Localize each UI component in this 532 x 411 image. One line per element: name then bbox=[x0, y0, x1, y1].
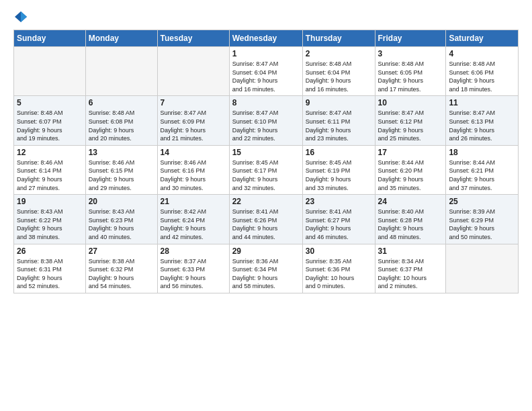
calendar-cell: 12Sunrise: 8:46 AM Sunset: 6:14 PM Dayli… bbox=[14, 145, 86, 194]
svg-marker-1 bbox=[21, 11, 27, 22]
day-number: 8 bbox=[232, 98, 300, 107]
calendar-page: SundayMondayTuesdayWednesdayThursdayFrid… bbox=[0, 0, 532, 411]
day-info: Sunrise: 8:38 AM Sunset: 6:32 PM Dayligh… bbox=[89, 257, 154, 291]
calendar-cell bbox=[157, 47, 229, 96]
day-info: Sunrise: 8:34 AM Sunset: 6:37 PM Dayligh… bbox=[378, 257, 443, 291]
calendar-cell: 8Sunrise: 8:47 AM Sunset: 6:10 PM Daylig… bbox=[229, 96, 302, 145]
calendar-cell: 10Sunrise: 8:47 AM Sunset: 6:12 PM Dayli… bbox=[375, 96, 446, 145]
day-info: Sunrise: 8:47 AM Sunset: 6:09 PM Dayligh… bbox=[161, 109, 226, 142]
day-info: Sunrise: 8:37 AM Sunset: 6:33 PM Dayligh… bbox=[161, 257, 226, 291]
calendar-cell: 19Sunrise: 8:43 AM Sunset: 6:22 PM Dayli… bbox=[14, 195, 86, 244]
day-info: Sunrise: 8:44 AM Sunset: 6:21 PM Dayligh… bbox=[449, 158, 515, 192]
calendar-cell: 2Sunrise: 8:48 AM Sunset: 6:04 PM Daylig… bbox=[302, 47, 375, 96]
day-info: Sunrise: 8:47 AM Sunset: 6:12 PM Dayligh… bbox=[378, 109, 443, 142]
calendar-cell bbox=[446, 244, 519, 293]
calendar-cell: 15Sunrise: 8:45 AM Sunset: 6:17 PM Dayli… bbox=[229, 145, 302, 194]
calendar-cell: 24Sunrise: 8:40 AM Sunset: 6:28 PM Dayli… bbox=[375, 195, 446, 244]
day-number: 18 bbox=[449, 148, 515, 157]
day-number: 16 bbox=[306, 148, 372, 157]
day-number: 19 bbox=[17, 197, 83, 206]
logo-flag-icon bbox=[15, 11, 27, 23]
logo bbox=[13, 11, 27, 23]
day-number: 3 bbox=[378, 49, 443, 58]
calendar-cell: 4Sunrise: 8:48 AM Sunset: 6:06 PM Daylig… bbox=[446, 47, 519, 96]
day-info: Sunrise: 8:41 AM Sunset: 6:27 PM Dayligh… bbox=[306, 208, 372, 241]
day-number: 9 bbox=[306, 98, 372, 107]
day-number: 6 bbox=[89, 98, 154, 107]
calendar-cell: 25Sunrise: 8:39 AM Sunset: 6:29 PM Dayli… bbox=[446, 195, 519, 244]
day-number: 31 bbox=[378, 246, 443, 256]
calendar-cell bbox=[14, 47, 86, 96]
calendar-cell: 30Sunrise: 8:35 AM Sunset: 6:36 PM Dayli… bbox=[302, 244, 375, 293]
day-info: Sunrise: 8:47 AM Sunset: 6:10 PM Dayligh… bbox=[232, 109, 300, 142]
header bbox=[13, 11, 519, 23]
calendar-cell: 22Sunrise: 8:41 AM Sunset: 6:26 PM Dayli… bbox=[229, 195, 302, 244]
day-info: Sunrise: 8:48 AM Sunset: 6:06 PM Dayligh… bbox=[449, 60, 515, 93]
calendar-cell: 27Sunrise: 8:38 AM Sunset: 6:32 PM Dayli… bbox=[85, 244, 157, 293]
calendar-cell: 9Sunrise: 8:47 AM Sunset: 6:11 PM Daylig… bbox=[302, 96, 375, 145]
day-number: 12 bbox=[17, 148, 83, 157]
day-number: 1 bbox=[232, 49, 300, 58]
day-info: Sunrise: 8:38 AM Sunset: 6:31 PM Dayligh… bbox=[17, 257, 83, 291]
calendar-week-row: 26Sunrise: 8:38 AM Sunset: 6:31 PM Dayli… bbox=[14, 244, 519, 293]
day-number: 30 bbox=[306, 246, 372, 256]
calendar-cell: 3Sunrise: 8:48 AM Sunset: 6:05 PM Daylig… bbox=[375, 47, 446, 96]
day-info: Sunrise: 8:48 AM Sunset: 6:05 PM Dayligh… bbox=[378, 60, 443, 93]
calendar-cell: 18Sunrise: 8:44 AM Sunset: 6:21 PM Dayli… bbox=[446, 145, 519, 194]
calendar-cell: 11Sunrise: 8:47 AM Sunset: 6:13 PM Dayli… bbox=[446, 96, 519, 145]
day-info: Sunrise: 8:43 AM Sunset: 6:22 PM Dayligh… bbox=[17, 208, 83, 241]
calendar-cell: 21Sunrise: 8:42 AM Sunset: 6:24 PM Dayli… bbox=[157, 195, 229, 244]
day-number: 4 bbox=[449, 49, 515, 58]
day-info: Sunrise: 8:36 AM Sunset: 6:34 PM Dayligh… bbox=[232, 257, 300, 291]
day-number: 25 bbox=[449, 197, 515, 206]
calendar-cell: 26Sunrise: 8:38 AM Sunset: 6:31 PM Dayli… bbox=[14, 244, 86, 293]
calendar-cell: 13Sunrise: 8:46 AM Sunset: 6:15 PM Dayli… bbox=[85, 145, 157, 194]
day-number: 24 bbox=[378, 197, 443, 206]
calendar-week-row: 12Sunrise: 8:46 AM Sunset: 6:14 PM Dayli… bbox=[14, 145, 519, 194]
calendar-week-row: 19Sunrise: 8:43 AM Sunset: 6:22 PM Dayli… bbox=[14, 195, 519, 244]
day-info: Sunrise: 8:48 AM Sunset: 6:07 PM Dayligh… bbox=[17, 109, 83, 142]
calendar-header-row: SundayMondayTuesdayWednesdayThursdayFrid… bbox=[14, 30, 519, 47]
day-header-sunday: Sunday bbox=[14, 30, 86, 47]
day-number: 5 bbox=[17, 98, 83, 107]
day-info: Sunrise: 8:35 AM Sunset: 6:36 PM Dayligh… bbox=[306, 257, 372, 291]
day-number: 14 bbox=[161, 148, 226, 157]
day-header-saturday: Saturday bbox=[446, 30, 519, 47]
calendar-cell: 6Sunrise: 8:48 AM Sunset: 6:08 PM Daylig… bbox=[85, 96, 157, 145]
day-info: Sunrise: 8:47 AM Sunset: 6:04 PM Dayligh… bbox=[232, 60, 300, 93]
day-info: Sunrise: 8:45 AM Sunset: 6:19 PM Dayligh… bbox=[306, 158, 372, 192]
day-number: 15 bbox=[232, 148, 300, 157]
calendar-cell: 20Sunrise: 8:43 AM Sunset: 6:23 PM Dayli… bbox=[85, 195, 157, 244]
day-header-tuesday: Tuesday bbox=[157, 30, 229, 47]
day-info: Sunrise: 8:43 AM Sunset: 6:23 PM Dayligh… bbox=[89, 208, 154, 241]
day-number: 29 bbox=[232, 246, 300, 256]
day-number: 20 bbox=[89, 197, 154, 206]
day-number: 23 bbox=[306, 197, 372, 206]
day-number: 2 bbox=[306, 49, 372, 58]
calendar-cell bbox=[85, 47, 157, 96]
day-number: 26 bbox=[17, 246, 83, 256]
day-info: Sunrise: 8:47 AM Sunset: 6:13 PM Dayligh… bbox=[449, 109, 515, 142]
day-number: 17 bbox=[378, 148, 443, 157]
calendar-cell: 16Sunrise: 8:45 AM Sunset: 6:19 PM Dayli… bbox=[302, 145, 375, 194]
day-number: 7 bbox=[161, 98, 226, 107]
day-number: 22 bbox=[232, 197, 300, 206]
calendar-cell: 17Sunrise: 8:44 AM Sunset: 6:20 PM Dayli… bbox=[375, 145, 446, 194]
day-number: 10 bbox=[378, 98, 443, 107]
day-number: 28 bbox=[161, 246, 226, 256]
day-number: 21 bbox=[161, 197, 226, 206]
day-info: Sunrise: 8:40 AM Sunset: 6:28 PM Dayligh… bbox=[378, 208, 443, 241]
calendar-table: SundayMondayTuesdayWednesdayThursdayFrid… bbox=[13, 30, 519, 293]
day-number: 11 bbox=[449, 98, 515, 107]
day-info: Sunrise: 8:44 AM Sunset: 6:20 PM Dayligh… bbox=[378, 158, 443, 192]
day-info: Sunrise: 8:39 AM Sunset: 6:29 PM Dayligh… bbox=[449, 208, 515, 241]
calendar-week-row: 1Sunrise: 8:47 AM Sunset: 6:04 PM Daylig… bbox=[14, 47, 519, 96]
day-header-wednesday: Wednesday bbox=[229, 30, 302, 47]
day-info: Sunrise: 8:42 AM Sunset: 6:24 PM Dayligh… bbox=[161, 208, 226, 241]
calendar-cell: 28Sunrise: 8:37 AM Sunset: 6:33 PM Dayli… bbox=[157, 244, 229, 293]
calendar-cell: 31Sunrise: 8:34 AM Sunset: 6:37 PM Dayli… bbox=[375, 244, 446, 293]
day-info: Sunrise: 8:46 AM Sunset: 6:16 PM Dayligh… bbox=[161, 158, 226, 192]
day-header-thursday: Thursday bbox=[302, 30, 375, 47]
calendar-cell: 1Sunrise: 8:47 AM Sunset: 6:04 PM Daylig… bbox=[229, 47, 302, 96]
day-info: Sunrise: 8:48 AM Sunset: 6:08 PM Dayligh… bbox=[89, 109, 154, 142]
